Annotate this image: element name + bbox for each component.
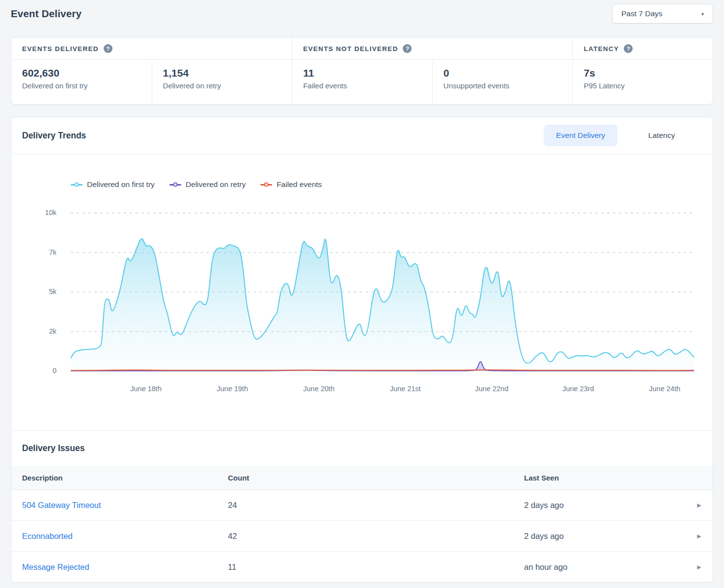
stat-label: Delivered on retry: [163, 81, 292, 90]
chevron-right-icon[interactable]: ▶: [686, 533, 713, 539]
legend-label: Failed events: [277, 180, 322, 189]
stat-unsupported-events: 0 Unsupported events: [432, 60, 573, 105]
help-icon[interactable]: ?: [403, 44, 412, 53]
issue-link[interactable]: 504 Gateway Timeout: [22, 501, 101, 509]
y-axis-label: 0: [11, 367, 56, 374]
help-icon[interactable]: ?: [104, 44, 112, 53]
page-title: Event Delivery: [11, 8, 82, 20]
stats-card: EVENTS DELIVERED ? EVENTS NOT DELIVERED …: [11, 37, 713, 105]
chart-legend: Delivered on first try Delivered on retr…: [71, 180, 322, 189]
stats-header-row: EVENTS DELIVERED ? EVENTS NOT DELIVERED …: [11, 38, 713, 60]
stat-value: 7s: [584, 67, 713, 79]
stat-label: Delivered on first try: [22, 81, 152, 90]
x-axis-label: June 21st: [390, 385, 421, 393]
delivery-issues-title: Delivery Issues: [22, 443, 84, 454]
help-icon[interactable]: ?: [624, 44, 633, 53]
legend-item-retry[interactable]: Delivered on retry: [169, 180, 246, 189]
legend-marker-icon: [71, 184, 83, 186]
stat-failed-events: 11 Failed events: [292, 60, 432, 105]
stats-section-events-not-delivered: EVENTS NOT DELIVERED ?: [292, 38, 572, 59]
issues-table-body: 504 Gateway Timeout 24 2 days ago ▶ Econ…: [11, 490, 713, 582]
stats-body-row: 602,630 Delivered on first try 1,154 Del…: [11, 60, 713, 105]
trends-tabs: Event Delivery Latency: [544, 125, 706, 146]
stat-value: 0: [444, 67, 573, 79]
stat-value: 1,154: [163, 67, 292, 79]
chevron-down-icon: ▼: [700, 12, 705, 17]
y-axis-label: 5k: [11, 288, 56, 295]
issue-link[interactable]: Message Rejected: [22, 562, 89, 571]
x-axis-label: June 19th: [217, 385, 248, 393]
stat-p95-latency: 7s P95 Latency: [572, 60, 713, 105]
issue-last-seen: an hour ago: [524, 562, 686, 572]
delivery-issues-section: Delivery Issues: [11, 431, 713, 466]
delivery-trends-chart: Delivered on first try Delivered on retr…: [11, 154, 713, 431]
issue-last-seen: 2 days ago: [524, 532, 686, 541]
issue-last-seen: 2 days ago: [524, 501, 686, 510]
column-header-description: Description: [22, 474, 228, 482]
event-delivery-page: Event Delivery Past 7 Days ▼ EVENTS DELI…: [0, 0, 724, 583]
stat-delivered-first-try: 602,630 Delivered on first try: [11, 60, 152, 105]
table-row[interactable]: 504 Gateway Timeout 24 2 days ago ▶: [11, 490, 713, 521]
issue-link[interactable]: Econnaborted: [22, 532, 73, 540]
stat-label: Unsupported events: [444, 81, 573, 90]
y-axis-label: 2k: [11, 327, 56, 335]
column-header-count: Count: [228, 474, 524, 482]
stats-section-label: EVENTS DELIVERED: [22, 45, 99, 53]
table-row[interactable]: Econnaborted 42 2 days ago ▶: [11, 521, 713, 552]
x-axis-label: June 20th: [303, 385, 334, 393]
legend-label: Delivered on retry: [186, 180, 246, 189]
tab-latency[interactable]: Latency: [617, 125, 706, 146]
stat-label: P95 Latency: [584, 81, 713, 90]
area-chart-plot[interactable]: [71, 212, 694, 372]
x-axis-label: June 23rd: [562, 385, 594, 393]
x-axis-label: June 18th: [130, 385, 162, 393]
y-axis-label: 10k: [11, 209, 56, 216]
x-axis-label: June 24th: [649, 385, 680, 393]
stats-section-label: LATENCY: [584, 45, 619, 53]
legend-item-first-try[interactable]: Delivered on first try: [71, 180, 155, 189]
chevron-right-icon[interactable]: ▶: [686, 502, 713, 508]
page-header: Event Delivery Past 7 Days ▼: [0, 0, 724, 37]
legend-item-failed[interactable]: Failed events: [260, 180, 322, 189]
stats-section-latency: LATENCY ?: [572, 38, 713, 59]
stat-delivered-on-retry: 1,154 Delivered on retry: [152, 60, 292, 105]
legend-marker-icon: [169, 184, 181, 186]
delivery-trends-card: Delivery Trends Event Delivery Latency D…: [11, 117, 713, 583]
trends-title: Delivery Trends: [22, 131, 86, 141]
y-axis-label: 7k: [11, 248, 56, 256]
issues-table-header: Description Count Last Seen: [11, 466, 713, 490]
x-axis-label: June 22nd: [475, 385, 508, 393]
table-row[interactable]: Message Rejected 11 an hour ago ▶: [11, 552, 713, 582]
issue-count: 24: [228, 501, 524, 510]
trends-header: Delivery Trends Event Delivery Latency: [11, 117, 713, 154]
time-range-dropdown[interactable]: Past 7 Days ▼: [612, 4, 713, 24]
stats-section-events-delivered: EVENTS DELIVERED ?: [11, 38, 292, 59]
issue-count: 42: [228, 532, 524, 541]
issue-count: 11: [228, 562, 524, 572]
chevron-right-icon[interactable]: ▶: [686, 564, 713, 570]
stats-section-label: EVENTS NOT DELIVERED: [303, 45, 398, 53]
stat-value: 602,630: [22, 67, 152, 79]
legend-marker-icon: [260, 184, 272, 186]
tab-event-delivery[interactable]: Event Delivery: [544, 125, 617, 146]
stat-label: Failed events: [303, 81, 432, 90]
legend-label: Delivered on first try: [87, 180, 155, 189]
time-range-value: Past 7 Days: [621, 9, 663, 18]
stat-value: 11: [303, 67, 432, 79]
column-header-last-seen: Last Seen: [524, 474, 686, 482]
